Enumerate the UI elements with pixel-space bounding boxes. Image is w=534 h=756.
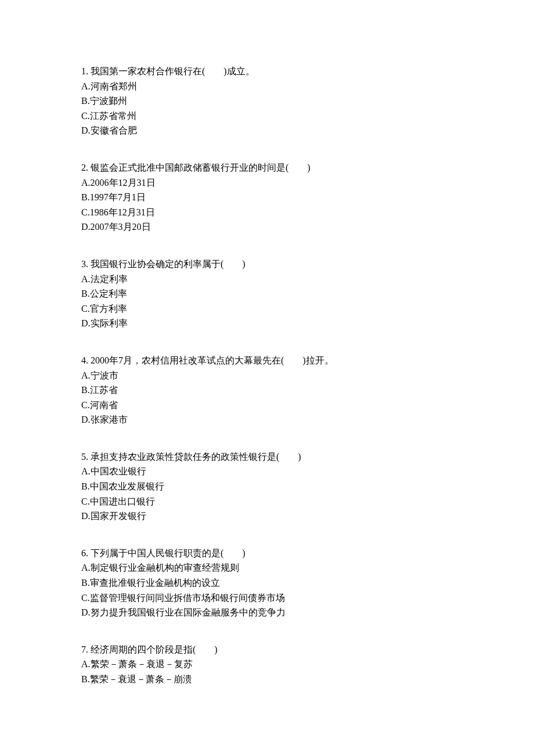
question-option: A.中国农业银行 (81, 464, 453, 479)
question-option: D.2007年3月20日 (81, 219, 453, 235)
question-option: C.官方利率 (81, 301, 453, 316)
question-block: 5. 承担支持农业政策性贷款任务的政策性银行是( )A.中国农业银行B.中国农业… (81, 449, 453, 524)
question-block: 2. 银监会正式批准中国邮政储蓄银行开业的时间是( )A.2006年12月31日… (81, 160, 453, 235)
question-option: D.张家港市 (81, 412, 453, 427)
question-text: 6. 下列属于中国人民银行职责的是( ) (81, 546, 453, 561)
question-option: A.河南省郑州 (81, 79, 453, 94)
question-option: C.中国进出口银行 (81, 494, 453, 509)
question-option: A.法定利率 (81, 272, 453, 287)
question-option: B.1997年7月1日 (81, 190, 453, 205)
question-option: D.努力提升我国银行业在国际金融服务中的竞争力 (81, 605, 453, 620)
question-text: 7. 经济周期的四个阶段是指( ) (81, 642, 453, 657)
question-option: A.2006年12月31日 (81, 175, 453, 190)
question-option: C.监督管理银行间同业拆借市场和银行间债券市场 (81, 591, 453, 606)
question-option: B.公定利率 (81, 286, 453, 301)
question-text: 4. 2000年7月，农村信用社改革试点的大幕最先在( )拉开。 (81, 353, 453, 368)
question-option: A.繁荣－萧条－衰退－复苏 (81, 657, 453, 672)
question-option: C.1986年12月31日 (81, 205, 453, 220)
question-option: B.宁波鄞州 (81, 93, 453, 109)
question-option: D.国家开发银行 (81, 509, 453, 524)
question-option: B.繁荣－衰退－萧条－崩溃 (81, 672, 453, 687)
question-option: C.河南省 (81, 398, 453, 413)
question-block: 3. 我国银行业协会确定的利率属于( )A.法定利率B.公定利率C.官方利率D.… (81, 257, 453, 331)
question-option: D.实际利率 (81, 316, 453, 331)
question-option: B.江苏省 (81, 383, 453, 398)
question-text: 3. 我国银行业协会确定的利率属于( ) (81, 257, 453, 272)
question-option: A.宁波市 (81, 368, 453, 383)
question-text: 1. 我国第一家农村合作银行在( )成立。 (81, 64, 453, 79)
question-block: 6. 下列属于中国人民银行职责的是( )A.制定银行业金融机构的审查经营规则B.… (81, 546, 453, 620)
question-text: 2. 银监会正式批准中国邮政储蓄银行开业的时间是( ) (81, 160, 453, 175)
question-option: C.江苏省常州 (81, 109, 453, 124)
question-text: 5. 承担支持农业政策性贷款任务的政策性银行是( ) (81, 449, 453, 465)
question-option: B.审查批准银行业金融机构的设立 (81, 575, 453, 591)
question-block: 1. 我国第一家农村合作银行在( )成立。A.河南省郑州B.宁波鄞州C.江苏省常… (81, 64, 453, 138)
question-option: A.制定银行业金融机构的审查经营规则 (81, 560, 453, 575)
question-block: 7. 经济周期的四个阶段是指( )A.繁荣－萧条－衰退－复苏B.繁荣－衰退－萧条… (81, 642, 453, 687)
question-block: 4. 2000年7月，农村信用社改革试点的大幕最先在( )拉开。A.宁波市B.江… (81, 353, 453, 427)
question-option: B.中国农业发展银行 (81, 479, 453, 494)
question-option: D.安徽省合肥 (81, 123, 453, 138)
